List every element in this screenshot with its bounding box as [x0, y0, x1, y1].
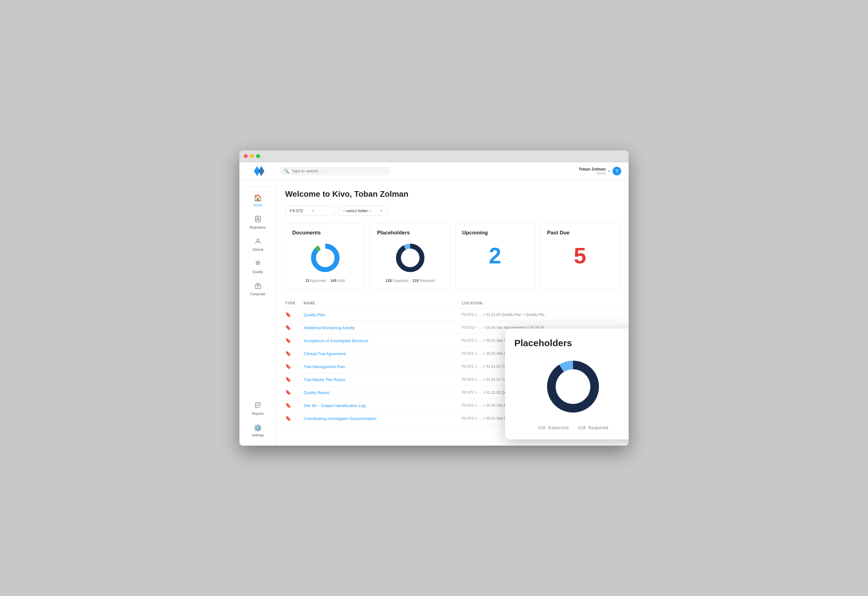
svg-rect-2 [255, 216, 260, 222]
row-name[interactable]: Trial Master File Report [304, 377, 462, 382]
upcoming-card: Upcoming 2 [455, 223, 535, 290]
row-name-link[interactable]: Quality Report [304, 390, 329, 395]
placeholders-donut [393, 241, 427, 275]
study-select[interactable]: FX-072 ▾ [285, 206, 335, 216]
row-name[interactable]: Acceptance of Investigator Brochure [304, 338, 462, 344]
sidebar-item-corporate[interactable]: Corporate [239, 279, 276, 299]
documents-draft-label: draft [338, 279, 345, 283]
sidebar-item-reports[interactable]: Reports [239, 398, 276, 419]
svg-point-4 [257, 239, 259, 242]
svg-marker-1 [258, 166, 264, 176]
table-row: 🔖 Quality Plan FX-072 > … > 01.01.03 Qua… [285, 308, 620, 321]
quality-icon [254, 260, 261, 268]
settings-icon: ⚙️ [254, 424, 262, 432]
popup-required: 119 Required [578, 425, 608, 430]
folder-select-value: – select folder – [343, 208, 371, 213]
sidebar-label-reports: Reports [252, 412, 264, 415]
col-location: Location [462, 301, 620, 305]
row-bookmark-icon: 🔖 [285, 311, 304, 317]
placeholders-required-count: 119 [412, 279, 419, 283]
sidebar-label-settings: Settings [252, 433, 264, 437]
col-type: Type [285, 301, 304, 305]
cards-row: Documents 13 [285, 223, 620, 290]
search-bar[interactable]: 🔍 [279, 167, 391, 176]
row-name[interactable]: Quality Plan [304, 312, 462, 317]
app-body: 🏠 Home Regulatory [239, 180, 629, 446]
documents-draft-count: 149 [330, 279, 337, 283]
placeholders-card: Placeholders 128 E [370, 223, 450, 290]
past-due-card-title: Past Due [547, 230, 570, 236]
folder-select[interactable]: – select folder – ▾ [338, 206, 388, 216]
sidebar-item-regulatory[interactable]: Regulatory [239, 212, 276, 233]
folder-select-chevron: ▾ [381, 209, 382, 213]
popup-expected-value: 128 [538, 425, 546, 430]
row-bookmark-icon: 🔖 [285, 351, 304, 356]
sidebar: 🏠 Home Regulatory [239, 180, 276, 446]
row-bookmark-icon: 🔖 [285, 403, 304, 408]
study-select-value: FX-072 [290, 208, 303, 213]
placeholders-required-label: Required [419, 279, 435, 283]
sidebar-label-clinical: Clinical [252, 248, 263, 251]
popup-expected: 128 Expected [538, 425, 569, 430]
close-button[interactable] [244, 154, 248, 158]
row-name[interactable]: Coordinating Investigator Documentation [304, 416, 462, 421]
app-window: 🔍 Toban Zolman Demo ▾ ? 🏠 Home [239, 150, 629, 446]
row-name-link[interactable]: Acceptance of Investigator Brochure [304, 338, 369, 343]
svg-point-21 [556, 370, 590, 404]
svg-point-18 [402, 249, 419, 267]
row-name[interactable]: Additional Monitoring Activity [304, 325, 462, 330]
row-name-link[interactable]: Trial Management Plan [304, 364, 345, 369]
sidebar-item-settings[interactable]: ⚙️ Settings [239, 420, 276, 441]
upcoming-number: 2 [489, 245, 501, 267]
row-name[interactable]: Trial Management Plan [304, 364, 462, 369]
traffic-lights [244, 154, 260, 158]
row-name-link[interactable]: Trial Master File Report [304, 378, 345, 382]
clinical-icon [254, 238, 261, 246]
row-bookmark-icon: 🔖 [285, 325, 304, 330]
study-select-chevron: ▾ [312, 209, 314, 213]
svg-rect-6 [255, 285, 261, 288]
row-name-link[interactable]: Additional Monitoring Activity [304, 326, 354, 330]
placeholders-expected-label: Expected [393, 279, 408, 283]
row-name[interactable]: Quality Report [304, 390, 462, 395]
col-name: Name [304, 301, 462, 305]
user-chevron-icon[interactable]: ▾ [608, 169, 610, 173]
home-icon: 🏠 [254, 194, 262, 202]
user-role: Demo [579, 171, 606, 175]
popup-required-label: Required [588, 425, 608, 430]
row-name-link[interactable]: Quality Plan [304, 313, 325, 317]
placeholders-stats: 128 Expected 119 Required [385, 279, 435, 283]
svg-point-3 [257, 217, 259, 219]
row-bookmark-icon: 🔖 [285, 376, 304, 382]
row-name-link[interactable]: Site 90 – Subject Identification Log [304, 403, 365, 408]
placeholders-card-title: Placeholders [377, 230, 410, 236]
row-location: FX-072 > … > 01.01.03 Quality Plan > Qua… [462, 313, 548, 317]
maximize-button[interactable] [256, 154, 260, 158]
row-name[interactable]: Site 90 – Subject Identification Log [304, 403, 462, 408]
row-bookmark-icon: 🔖 [285, 389, 304, 395]
filters-row: FX-072 ▾ – select folder – ▾ [285, 206, 620, 216]
page-title: Welcome to Kivo, Toban Zolman [285, 189, 620, 199]
past-due-number: 5 [574, 245, 586, 267]
sidebar-item-home[interactable]: 🏠 Home [239, 190, 276, 211]
help-button[interactable]: ? [613, 167, 621, 176]
placeholders-expected-count: 128 [385, 279, 392, 283]
row-name-link[interactable]: Clinical Trial Agreement [304, 351, 346, 356]
documents-donut [308, 241, 342, 275]
row-bookmark-icon: 🔖 [285, 415, 304, 421]
row-name[interactable]: Clinical Trial Agreement [304, 351, 462, 356]
user-name: Toban Zolman [579, 167, 606, 171]
minimize-button[interactable] [250, 154, 254, 158]
documents-card-title: Documents [292, 230, 321, 236]
documents-approved-label: Approved [310, 279, 326, 283]
sidebar-item-quality[interactable]: Quality [239, 256, 276, 277]
titlebar [239, 150, 629, 162]
sidebar-label-quality: Quality [252, 270, 263, 274]
table-header: Type Name Location [285, 299, 620, 308]
row-name-link[interactable]: Coordinating Investigator Documentation [304, 416, 376, 421]
placeholders-popup: Placeholders 128 Expecte [505, 329, 629, 440]
sidebar-item-clinical[interactable]: Clinical [239, 234, 276, 255]
search-input[interactable] [292, 169, 387, 173]
documents-card: Documents 13 [285, 223, 365, 290]
main-content: Welcome to Kivo, Toban Zolman FX-072 ▾ –… [276, 180, 629, 446]
